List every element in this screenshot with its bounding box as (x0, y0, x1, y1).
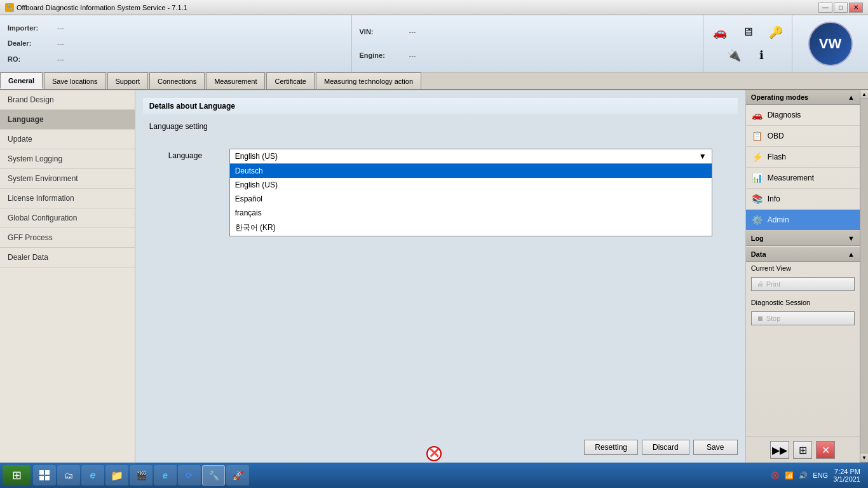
tab-measuring-technology[interactable]: Measuring technology action (316, 72, 421, 89)
mode-measurement-label: Measurement (768, 173, 814, 182)
scrollbar[interactable]: ▲ ▼ (860, 90, 868, 463)
mode-diagnosis[interactable]: 🚗 Diagnosis (746, 105, 860, 126)
taskbar-app-teamviewer[interactable]: ⟳ (178, 465, 201, 485)
vin-value: --- (409, 28, 416, 36)
taskbar-app-diagnostic[interactable]: 🔧 (202, 465, 225, 485)
sidebar-item-system-logging[interactable]: System Logging (0, 149, 135, 169)
usb-icon-button[interactable]: 🔌 (722, 46, 745, 65)
sidebar: Brand Design Language Update System Logg… (0, 90, 135, 463)
sidebar-item-dealer-data[interactable]: Dealer Data (0, 248, 135, 268)
dropdown-item-english-us[interactable]: English (US) (230, 178, 712, 192)
tab-save-locations[interactable]: Save locations (44, 72, 106, 89)
language-field-label: Language (168, 149, 219, 160)
scroll-up[interactable]: ▲ (860, 90, 868, 99)
scroll-down[interactable]: ▼ (860, 454, 868, 463)
mode-info-label: Info (768, 194, 780, 203)
taskbar-app-ie[interactable]: e (154, 465, 177, 485)
mode-flash[interactable]: ⚡ Flash (746, 147, 860, 168)
resetting-button[interactable]: Resetting (584, 440, 638, 455)
dropdown-item-korean[interactable]: 한국어 (KR) (230, 220, 712, 236)
sidebar-item-language[interactable]: Language (0, 110, 135, 130)
content-subheader: Language setting (143, 119, 738, 133)
titlebar-left: 🔧 Offboard Diagnostic Information System… (5, 3, 187, 12)
vw-circle-logo: VW (808, 22, 853, 66)
language-select-display[interactable]: English (US) ▼ (229, 149, 712, 164)
mode-diagnosis-label: Diagnosis (768, 111, 801, 119)
titlebar: 🔧 Offboard Diagnostic Information System… (0, 0, 868, 15)
taskbar-network-icon: 📶 (785, 471, 794, 480)
start-button[interactable]: ⊞ (3, 465, 31, 485)
forward-icon: ▶▶ (772, 444, 787, 456)
engine-value: --- (409, 51, 416, 59)
key-icon-button[interactable]: 🔑 (764, 23, 787, 42)
operating-modes-collapse-icon[interactable]: ▲ (848, 93, 855, 101)
taskbar-time: 7:24 PM 3/1/2021 (833, 468, 860, 483)
svg-rect-0 (39, 470, 44, 475)
mode-obd-label: OBD (768, 132, 784, 140)
taskbar-app-media[interactable]: 🎬 (130, 465, 153, 485)
tab-general[interactable]: General (0, 72, 43, 89)
sidebar-item-update[interactable]: Update (0, 130, 135, 149)
forward-button[interactable]: ▶▶ (770, 441, 789, 459)
taskbar-apps: 🗂 e 📁 🎬 e ⟳ 🔧 🚀 (33, 465, 770, 485)
network-icon-button[interactable]: 🖥 (736, 23, 759, 42)
taskbar-language: ENG (813, 471, 828, 479)
mode-info[interactable]: 📚 Info (746, 189, 860, 210)
dropdown-item-deutsch[interactable]: Deutsch (230, 164, 712, 178)
mode-obd[interactable]: 📋 OBD (746, 126, 860, 147)
obd-icon: 📋 (751, 130, 764, 142)
sidebar-item-system-environment[interactable]: System Environment (0, 169, 135, 189)
notification-area: ✕ (426, 446, 442, 461)
close-toolbar-button[interactable]: ✕ (816, 441, 835, 459)
info-mode-icon: 📚 (751, 193, 764, 205)
header-icons: 🚗 🖥 🔑 🔌 ℹ (703, 15, 792, 72)
sidebar-item-gff-process[interactable]: GFF Process (0, 228, 135, 248)
taskbar-app-1[interactable] (33, 465, 56, 485)
svg-rect-2 (39, 476, 44, 480)
ro-value: --- (57, 55, 64, 63)
taskbar-app-rocket[interactable]: 🚀 (226, 465, 249, 485)
dropdown-item-espanol[interactable]: Español (230, 192, 712, 206)
ro-label: RO: (8, 55, 52, 63)
sidebar-item-global-configuration[interactable]: Global Configuration (0, 208, 135, 228)
data-collapse-icon[interactable]: ▲ (848, 250, 855, 258)
current-view-label: Current View (746, 262, 860, 274)
header-vin-section: VIN: --- Engine: --- (351, 15, 703, 72)
language-row: Language English (US) ▼ Deutsch English … (143, 144, 738, 169)
log-collapse-icon[interactable]: ▼ (848, 234, 855, 242)
sidebar-item-license-information[interactable]: License Information (0, 189, 135, 208)
tab-support[interactable]: Support (107, 72, 149, 89)
maximize-button[interactable]: □ (834, 3, 848, 13)
tab-certificate[interactable]: Certificate (266, 72, 315, 89)
admin-icon: ⚙️ (751, 214, 764, 226)
content-header: Details about Language (143, 98, 738, 114)
error-notification-icon: ✕ (426, 446, 442, 461)
discard-button[interactable]: Discard (642, 440, 689, 455)
log-header: Log ▼ (746, 231, 860, 246)
language-current-value: English (US) (235, 152, 278, 161)
info-small-icon-button[interactable]: ℹ (750, 46, 773, 65)
mode-flash-label: Flash (768, 152, 786, 161)
dropdown-chevron-icon: ▼ (699, 152, 707, 161)
tab-measurement[interactable]: Measurement (206, 72, 265, 89)
tab-connections[interactable]: Connections (149, 72, 205, 89)
dropdown-item-francais[interactable]: français (230, 206, 712, 220)
right-panel: Operating modes ▲ 🚗 Diagnosis 📋 OBD ⚡ Fl… (745, 90, 860, 463)
taskbar-app-edge[interactable]: e (81, 465, 104, 485)
taskbar-app-folder[interactable]: 📁 (105, 465, 128, 485)
print-icon: 🖨 (757, 280, 764, 288)
screen-button[interactable]: ⊞ (793, 441, 812, 459)
stop-button[interactable]: ⏹ Stop (751, 311, 855, 325)
mode-measurement[interactable]: 📊 Measurement (746, 168, 860, 189)
save-button[interactable]: Save (693, 440, 738, 455)
sidebar-item-brand-design[interactable]: Brand Design (0, 90, 135, 110)
car-icon-button[interactable]: 🚗 (709, 23, 731, 42)
minimize-button[interactable]: — (818, 3, 832, 13)
close-button[interactable]: ✕ (849, 3, 863, 13)
taskbar-app-2[interactable]: 🗂 (57, 465, 80, 485)
print-button[interactable]: 🖨 Print (751, 277, 855, 291)
vin-label: VIN: (360, 28, 404, 36)
flash-icon: ⚡ (751, 151, 764, 163)
mode-admin[interactable]: ⚙️ Admin (746, 210, 860, 231)
close-toolbar-icon: ✕ (822, 444, 830, 456)
